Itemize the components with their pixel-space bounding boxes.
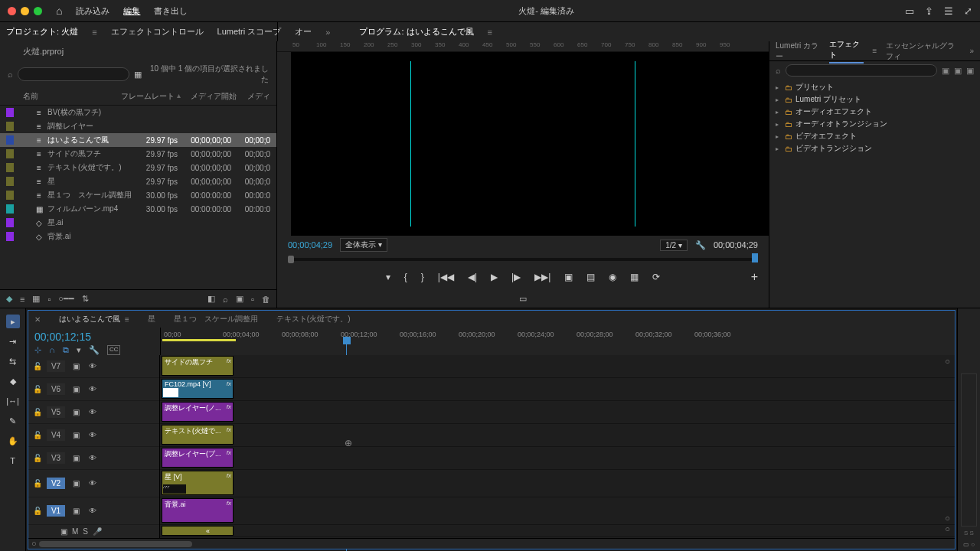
new-bin-icon[interactable]: ▣ bbox=[236, 294, 243, 304]
project-item[interactable]: ≡星29.97 fps00;00;00;0000;00;0 bbox=[0, 174, 276, 188]
automate-icon[interactable]: ◧ bbox=[207, 294, 215, 304]
share-icon[interactable]: ⇪ bbox=[925, 5, 933, 17]
menu-import[interactable]: 読み込み bbox=[76, 5, 109, 17]
project-item[interactable]: ≡はいよるこんで風29.97 fps00;00;00;0000;00;0 bbox=[0, 133, 276, 147]
project-item[interactable]: ◇星.ai bbox=[0, 216, 276, 230]
seq-tab-1[interactable]: 星 bbox=[148, 314, 155, 324]
panel-tab-effect-controls[interactable]: エフェクトコントロール bbox=[111, 26, 204, 37]
track-header[interactable]: 🔓V3▣👁 bbox=[28, 447, 159, 470]
program-timecode-left[interactable]: 00;00;04;29 bbox=[288, 240, 332, 249]
project-search-input[interactable] bbox=[18, 67, 129, 81]
effects-folder[interactable]: ▸🗀Lumetri プリセット bbox=[776, 93, 974, 106]
menu-export[interactable]: 書き出し bbox=[154, 5, 188, 17]
seq-tab-3[interactable]: テキスト(火燵です。) bbox=[276, 314, 351, 324]
linked-selection-icon[interactable]: ∩ bbox=[49, 345, 55, 355]
track-header[interactable]: 🔓V2▣👁 bbox=[28, 470, 159, 497]
hand-tool[interactable]: ✋ bbox=[6, 434, 20, 448]
find-icon[interactable]: ⌕ bbox=[223, 295, 228, 304]
track-header[interactable]: 🔓V5▣👁 bbox=[28, 401, 159, 424]
timeline-clip[interactable]: 調整レイヤー(ノ...fx bbox=[162, 402, 234, 422]
step-forward-icon[interactable]: |▶ bbox=[511, 272, 521, 282]
project-item[interactable]: ≡調整レイヤー bbox=[0, 119, 276, 133]
zoom-slider-icon[interactable]: ○━━ bbox=[58, 294, 74, 304]
col-framerate[interactable]: フレームレート bbox=[121, 91, 175, 102]
settings-icon[interactable]: 🔧 bbox=[89, 345, 100, 355]
track-header[interactable]: 🔓V1▣👁 bbox=[28, 497, 159, 525]
close-window-icon[interactable] bbox=[8, 7, 16, 15]
fit-dropdown[interactable]: 全体表示 ▾ bbox=[340, 238, 387, 252]
snap-icon[interactable]: ⊹ bbox=[34, 345, 41, 355]
window-controls[interactable] bbox=[8, 7, 42, 15]
go-to-out-icon[interactable]: ▶▶| bbox=[534, 272, 550, 282]
add-marker-icon[interactable]: ▾ bbox=[77, 345, 81, 355]
comparison-icon[interactable]: ▦ bbox=[630, 272, 639, 282]
bin-icon[interactable]: ▦ bbox=[134, 70, 142, 80]
fx-badge-1-icon[interactable]: ▣ bbox=[942, 66, 949, 76]
thumb-view-icon[interactable]: ▫ bbox=[47, 295, 51, 304]
fullscreen-icon[interactable]: ⤢ bbox=[964, 5, 972, 17]
pen-tool[interactable]: ✎ bbox=[6, 414, 20, 428]
slip-tool[interactable]: |↔| bbox=[6, 394, 20, 408]
sort-icon[interactable]: ⇅ bbox=[82, 294, 89, 304]
panel-tab-lumetri-scopes[interactable]: Lumetri スコープ bbox=[217, 26, 282, 37]
timeline-clip[interactable]: 星 [V]fx∴∵ bbox=[162, 471, 234, 495]
lift-icon[interactable]: ▣ bbox=[564, 272, 573, 282]
work-area-bar[interactable] bbox=[162, 339, 236, 341]
resolution-dropdown[interactable]: 1/2 ▾ bbox=[660, 240, 688, 251]
extract-icon[interactable]: ▤ bbox=[586, 272, 595, 282]
ripple-edit-tool[interactable]: ⇆ bbox=[6, 354, 20, 368]
menu-edit[interactable]: 編集 bbox=[123, 5, 140, 17]
tab-essential-graphics[interactable]: エッセンシャルグラフィ bbox=[886, 41, 960, 62]
track-header[interactable]: 🔓V6▣👁 bbox=[28, 378, 159, 401]
effects-search-input[interactable] bbox=[786, 64, 937, 77]
col-name[interactable]: 名前 bbox=[6, 91, 121, 102]
panel-tab-project[interactable]: プロジェクト: 火燵 bbox=[6, 26, 78, 37]
panel-tab-program[interactable]: プログラム: はいよるこんで風 bbox=[359, 26, 473, 37]
project-item[interactable]: ≡テキスト(火燵です。)29.97 fps00;00;00;0000;00;0 bbox=[0, 161, 276, 174]
freeform-view-icon[interactable]: ◆ bbox=[6, 294, 12, 304]
mark-in-icon[interactable]: ▾ bbox=[386, 272, 390, 282]
track-select-tool[interactable]: ⇥ bbox=[6, 334, 20, 348]
timeline-scrollbar[interactable]: ○ bbox=[28, 538, 955, 549]
col-media-start[interactable]: メディア開始 bbox=[183, 91, 237, 102]
effects-folder[interactable]: ▸🗀オーディオトランジション bbox=[776, 118, 974, 130]
minimize-window-icon[interactable] bbox=[21, 7, 29, 15]
wrench-icon[interactable]: 🔧 bbox=[695, 240, 706, 250]
timeline-ruler[interactable]: 00;0000;00;04;0000;00;08;0000;00;12;0000… bbox=[160, 328, 955, 355]
trash-icon[interactable]: 🗑 bbox=[262, 295, 270, 304]
workspace-icon[interactable]: ▭ bbox=[905, 5, 914, 17]
selection-tool[interactable]: ▸ bbox=[6, 315, 20, 328]
panel-tab-audio[interactable]: オー bbox=[295, 26, 312, 37]
project-item[interactable]: ◇背景.ai bbox=[0, 230, 276, 243]
project-item[interactable]: ≡星１つ スケール調整用30.00 fps00:00:00:0000:00:0 bbox=[0, 188, 276, 202]
fx-badge-3-icon[interactable]: ▣ bbox=[966, 66, 974, 76]
icon-view-icon[interactable]: ▦ bbox=[32, 294, 40, 304]
proxy-toggle-icon[interactable]: ▭ bbox=[519, 294, 527, 304]
razor-tool[interactable]: ◆ bbox=[6, 374, 20, 388]
timeline-clip[interactable]: 背景.aifx bbox=[162, 498, 234, 523]
effects-folder[interactable]: ▸🗀ビデオエフェクト bbox=[776, 130, 974, 142]
timeline-clip[interactable]: 調整レイヤー(ブ...fx bbox=[162, 448, 234, 468]
seq-tab-2[interactable]: 星１つ スケール調整用 bbox=[174, 314, 258, 324]
effects-folder[interactable]: ▸🗀ビデオトランジション bbox=[776, 142, 974, 155]
project-item[interactable]: ≡サイドの黒フチ29.97 fps00;00;00;0000;00;0 bbox=[0, 147, 276, 161]
col-media-dur[interactable]: メディ bbox=[237, 91, 270, 102]
program-scrubber[interactable] bbox=[277, 254, 769, 265]
project-item-list[interactable]: ≡BV(横の黒フチ)≡調整レイヤー≡はいよるこんで風29.97 fps00;00… bbox=[0, 106, 276, 289]
button-editor-icon[interactable]: + bbox=[751, 270, 758, 284]
timeline-clip-area[interactable]: ⊕ ○ ○ ○ サイドの黒フチfxFC102.mp4 [V]fx調整レイヤー(ノ… bbox=[160, 355, 955, 538]
timeline-clip[interactable]: テキスト(火燵で...fx bbox=[162, 425, 234, 445]
go-to-in-icon[interactable]: |◀◀ bbox=[438, 272, 454, 282]
seq-tab-0[interactable]: はいよるこんで風 bbox=[59, 314, 120, 324]
type-tool[interactable]: T bbox=[6, 454, 20, 468]
timeline-timecode[interactable]: 00;00;12;15 bbox=[34, 331, 154, 343]
timeline-clip[interactable]: サイドの黒フチfx bbox=[162, 356, 234, 376]
effects-folder[interactable]: ▸🗀プリセット bbox=[776, 81, 974, 93]
effects-tree[interactable]: ▸🗀プリセット▸🗀Lumetri プリセット▸🗀オーディオエフェクト▸🗀オーディ… bbox=[769, 80, 980, 156]
cc-icon[interactable]: CC bbox=[107, 345, 121, 355]
project-item[interactable]: ▦フィルムバーン.mp430.00 fps00:00:00:0000:00:0 bbox=[0, 202, 276, 216]
scrollbar-thumb[interactable] bbox=[39, 541, 192, 547]
tab-effects[interactable]: エフェクト bbox=[829, 39, 863, 64]
step-back-icon[interactable]: ◀| bbox=[468, 272, 477, 282]
maximize-window-icon[interactable] bbox=[34, 7, 42, 15]
